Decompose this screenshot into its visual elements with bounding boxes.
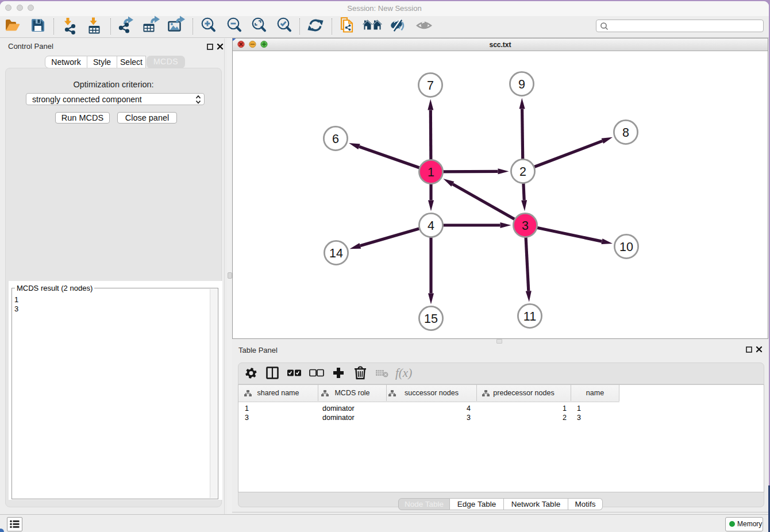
svg-text:15: 15 <box>424 312 438 326</box>
svg-text:3: 3 <box>522 219 529 233</box>
svg-text:4: 4 <box>428 219 434 233</box>
svg-text:11: 11 <box>523 310 536 323</box>
svg-text:f(x): f(x) <box>395 366 412 380</box>
svg-text:1: 1 <box>428 165 434 179</box>
svg-text:9: 9 <box>518 78 525 91</box>
svg-text:10: 10 <box>619 240 633 254</box>
svg-text:8: 8 <box>622 126 629 140</box>
svg-text:14: 14 <box>329 246 343 260</box>
svg-text:2: 2 <box>519 165 526 179</box>
svg-text:7: 7 <box>427 79 434 92</box>
svg-text:6: 6 <box>332 132 339 146</box>
